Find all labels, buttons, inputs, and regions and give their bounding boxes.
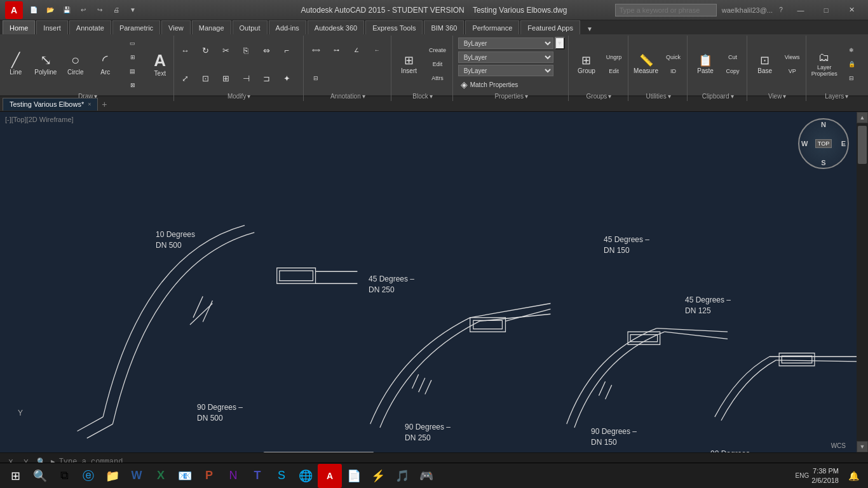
taskbar-files[interactable]: 📁 bbox=[100, 464, 125, 488]
qat-redo[interactable]: ↪ bbox=[94, 4, 105, 16]
taskbar-outlook[interactable]: 📧 bbox=[173, 464, 197, 488]
start-button[interactable]: ⊞ bbox=[3, 463, 28, 489]
copy-clipboard-button[interactable]: Copy bbox=[721, 65, 744, 78]
groups-dropdown-icon[interactable]: ▾ bbox=[608, 93, 611, 100]
tab-more[interactable]: ▼ bbox=[584, 23, 595, 34]
match-properties-button[interactable]: ◈ Match Properties bbox=[458, 78, 521, 91]
rectangle-button[interactable]: ▭ bbox=[121, 37, 144, 50]
quick-select-button[interactable]: Quick bbox=[662, 51, 685, 64]
layers-dropdown-icon[interactable]: ▾ bbox=[845, 93, 848, 100]
named-views-button[interactable]: Views bbox=[781, 51, 804, 64]
dimangular-button[interactable]: ∠ bbox=[347, 44, 366, 57]
offset-button[interactable]: ⊐ bbox=[257, 72, 276, 85]
extend-button[interactable]: ⊣ bbox=[236, 72, 255, 85]
tab-autodesk360[interactable]: Autodesk 360 bbox=[308, 20, 364, 34]
array-button[interactable]: ⊞ bbox=[216, 72, 235, 85]
scroll-up-btn[interactable]: ▲ bbox=[857, 112, 868, 123]
arc-button[interactable]: ◜ Arc bbox=[92, 43, 119, 86]
lock-layer-button[interactable]: 🔒 bbox=[840, 58, 863, 71]
circle-button[interactable]: ○ Circle bbox=[62, 43, 90, 86]
tab-manage[interactable]: Manage bbox=[192, 20, 231, 34]
compass-top-button[interactable]: TOP bbox=[815, 139, 832, 148]
modify-dropdown-icon[interactable]: ▾ bbox=[247, 93, 250, 100]
taskbar-steam[interactable]: 🎮 bbox=[414, 464, 438, 488]
table-button[interactable]: ⊟ bbox=[306, 72, 325, 85]
create-block-button[interactable]: Create bbox=[425, 44, 451, 57]
taskbar-acrobat[interactable]: 📄 bbox=[342, 464, 366, 488]
scale-button[interactable]: ⊡ bbox=[196, 72, 215, 85]
measure-button[interactable]: 📏 Measure bbox=[632, 43, 660, 86]
close-btn[interactable]: ✕ bbox=[840, 2, 863, 18]
properties-dropdown-icon[interactable]: ▾ bbox=[525, 93, 528, 100]
explode-button[interactable]: ✦ bbox=[277, 72, 296, 85]
viewport-button[interactable]: VP bbox=[781, 65, 804, 78]
polyline-button[interactable]: ⤡ Polyline bbox=[32, 43, 60, 86]
tab-annotate[interactable]: Annotate bbox=[69, 20, 111, 34]
text-button[interactable]: A Text bbox=[146, 43, 174, 86]
copy-button[interactable]: ⎘ bbox=[236, 44, 255, 57]
taskbar-skype[interactable]: S bbox=[269, 464, 294, 488]
qat-more[interactable]: ▼ bbox=[127, 4, 139, 16]
layer-dropdown[interactable]: ByLayer bbox=[458, 37, 553, 49]
cut-button[interactable]: Cut bbox=[721, 51, 744, 64]
qat-print[interactable]: 🖨 bbox=[111, 4, 122, 16]
tab-parametric[interactable]: Parametric bbox=[112, 20, 160, 34]
doc-tab-testing[interactable]: Testing Various Elbows* × bbox=[3, 98, 98, 111]
taskbar-chrome[interactable]: 🌐 bbox=[294, 464, 318, 488]
tab-output[interactable]: Output bbox=[233, 20, 268, 34]
taskbar-word[interactable]: W bbox=[125, 464, 149, 488]
taskbar-edge[interactable]: ⓔ bbox=[76, 464, 100, 488]
view-dropdown-icon[interactable]: ▾ bbox=[783, 93, 786, 100]
doc-tab-close[interactable]: × bbox=[88, 101, 91, 107]
autocad-logo[interactable]: A bbox=[5, 1, 23, 19]
group-edit-button[interactable]: Edit bbox=[602, 65, 625, 78]
taskbar-powerpoint[interactable]: P bbox=[197, 464, 221, 488]
taskbar-onenote[interactable]: N bbox=[221, 464, 245, 488]
tab-home[interactable]: Home bbox=[3, 20, 35, 34]
qat-new[interactable]: 📄 bbox=[28, 4, 39, 16]
viewport[interactable]: [-][Top][2D Wireframe] bbox=[0, 112, 868, 452]
dimlinear-button[interactable]: ⟺ bbox=[306, 44, 325, 57]
block-dropdown-icon[interactable]: ▾ bbox=[430, 93, 433, 100]
tab-express[interactable]: Express Tools bbox=[365, 20, 423, 34]
utilities-dropdown-icon[interactable]: ▾ bbox=[668, 93, 671, 100]
qat-save[interactable]: 💾 bbox=[61, 4, 72, 16]
taskbar-search[interactable]: 🔍 bbox=[28, 464, 52, 488]
annotation-dropdown-icon[interactable]: ▾ bbox=[362, 93, 365, 100]
tab-featured[interactable]: Featured Apps bbox=[520, 20, 580, 34]
region-button[interactable]: ⊠ bbox=[121, 79, 144, 92]
taskbar-excel[interactable]: X bbox=[149, 464, 173, 488]
fillet-button[interactable]: ⌐ bbox=[277, 44, 296, 57]
qat-undo[interactable]: ↩ bbox=[78, 4, 89, 16]
move-button[interactable]: ↔ bbox=[175, 44, 194, 57]
minimize-btn[interactable]: — bbox=[789, 2, 812, 18]
id-button[interactable]: ID bbox=[662, 65, 685, 78]
taskbar-itunes[interactable]: 🎵 bbox=[390, 464, 414, 488]
color-dropdown[interactable]: ByLayer bbox=[458, 51, 553, 63]
notification-btn[interactable]: 🔔 bbox=[841, 464, 865, 488]
group-button[interactable]: ⊞ Group bbox=[573, 43, 600, 86]
dimstyled-button[interactable]: ⊶ bbox=[327, 44, 346, 57]
search-input[interactable] bbox=[615, 4, 717, 17]
linetype-dropdown[interactable]: ByLayer bbox=[458, 65, 553, 76]
scroll-down-btn[interactable]: ▼ bbox=[857, 441, 868, 452]
layer-settings-btn[interactable]: ▼ bbox=[555, 37, 565, 50]
edit-block-button[interactable]: Edit bbox=[425, 58, 451, 71]
mirror-button[interactable]: ⇔ bbox=[257, 44, 276, 57]
scroll-thumb[interactable] bbox=[858, 126, 867, 164]
paste-button[interactable]: 📋 Paste bbox=[691, 43, 719, 86]
trim-button[interactable]: ✂ bbox=[216, 44, 235, 57]
tab-performance[interactable]: Performance bbox=[465, 20, 519, 34]
multileader-button[interactable]: ← bbox=[367, 44, 386, 57]
qat-open[interactable]: 📂 bbox=[44, 4, 56, 16]
define-attributes-button[interactable]: Attrs bbox=[425, 72, 451, 85]
help-btn[interactable]: ? bbox=[775, 4, 787, 16]
taskbar-autocad[interactable]: A bbox=[318, 464, 342, 488]
clipboard-dropdown-icon[interactable]: ▾ bbox=[731, 93, 734, 100]
taskbar-task-view[interactable]: ⧉ bbox=[52, 464, 76, 488]
insert-button[interactable]: ⊞ Insert bbox=[395, 43, 423, 86]
taskbar-speedtest[interactable]: ⚡ bbox=[366, 464, 390, 488]
tab-insert[interactable]: Insert bbox=[36, 20, 68, 34]
rotate-button[interactable]: ↻ bbox=[196, 44, 215, 57]
ungroup-button[interactable]: Ungrp bbox=[602, 51, 625, 64]
